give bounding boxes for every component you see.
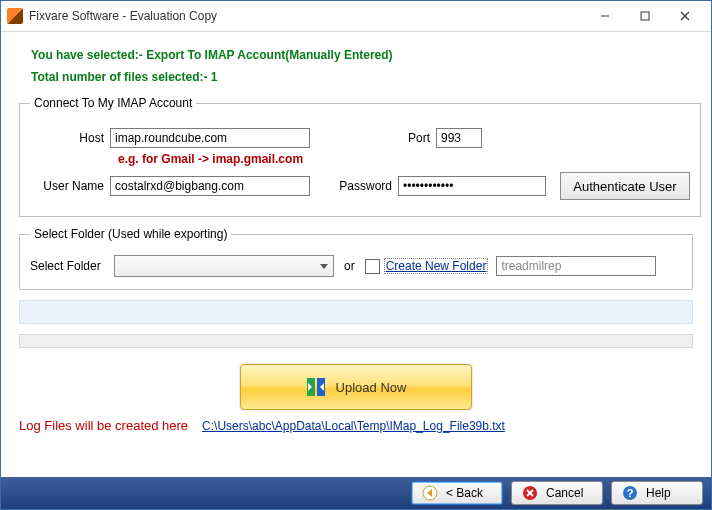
host-label: Host [30,131,110,145]
select-folder-label: Select Folder [30,259,114,273]
client-area: You have selected:- Export To IMAP Accou… [1,32,711,477]
folder-combobox[interactable] [114,255,334,277]
back-arrow-icon [422,485,438,501]
upload-now-button[interactable]: Upload Now [240,364,472,410]
password-input[interactable] [398,176,546,196]
chevron-down-icon [319,261,329,271]
svg-marker-4 [320,264,328,269]
new-folder-input[interactable] [496,256,656,276]
progress-bar-overall [19,334,693,348]
app-window: Fixvare Software - Evaluation Copy You h… [0,0,712,510]
progress-bar-status [19,300,693,324]
cancel-button[interactable]: Cancel [511,481,603,505]
svg-rect-1 [641,12,649,20]
host-input[interactable] [110,128,310,148]
password-label: Password [328,179,398,193]
help-button-label: Help [646,486,671,500]
close-button[interactable] [665,2,705,30]
back-button-label: < Back [446,486,483,500]
minimize-button[interactable] [585,2,625,30]
imap-connect-legend: Connect To My IMAP Account [30,96,196,110]
select-folder-group: Select Folder (Used while exporting) Sel… [19,227,693,290]
username-label: User Name [30,179,110,193]
cancel-button-label: Cancel [546,486,583,500]
help-button[interactable]: ? Help [611,481,703,505]
file-count-summary: Total number of files selected:- 1 [31,70,681,84]
maximize-button[interactable] [625,2,665,30]
authenticate-button[interactable]: Authenticate User [560,172,690,200]
log-label: Log Files will be created here [19,418,188,433]
port-label: Port [390,131,436,145]
upload-icon [306,377,326,397]
create-folder-checkbox[interactable] [365,259,380,274]
create-new-folder-link[interactable]: Create New Folder [384,258,489,274]
cancel-icon [522,485,538,501]
app-icon [7,8,23,24]
selection-summary: You have selected:- Export To IMAP Accou… [31,48,681,62]
svg-text:?: ? [627,487,634,499]
titlebar: Fixvare Software - Evaluation Copy [1,1,711,32]
select-folder-legend: Select Folder (Used while exporting) [30,227,231,241]
help-icon: ? [622,485,638,501]
window-title: Fixvare Software - Evaluation Copy [29,9,217,23]
progress-area [19,300,693,348]
or-label: or [344,259,355,273]
host-hint: e.g. for Gmail -> imap.gmail.com [118,152,690,166]
log-path-link[interactable]: C:\Users\abc\AppData\Local\Temp\IMap_Log… [202,419,505,433]
imap-connect-group: Connect To My IMAP Account Host Port e.g… [19,96,701,217]
username-input[interactable] [110,176,310,196]
back-button[interactable]: < Back [411,481,503,505]
wizard-footer: < Back Cancel ? Help [1,477,711,509]
upload-now-label: Upload Now [336,380,407,395]
port-input[interactable] [436,128,482,148]
log-line: Log Files will be created here C:\Users\… [19,418,505,433]
